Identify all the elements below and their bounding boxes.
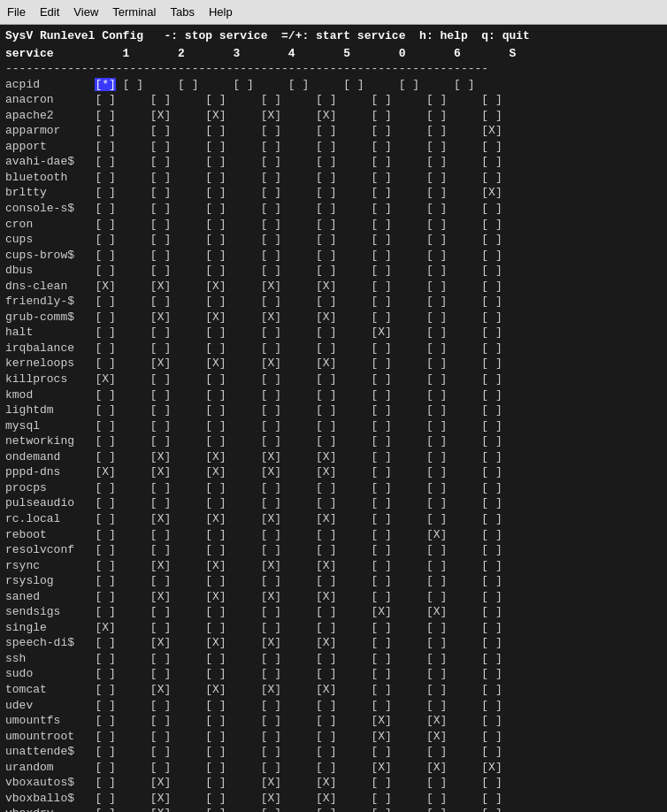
titlebar: File Edit View Terminal Tabs Help (0, 0, 667, 25)
service-row[interactable]: dns-clean [X] [X] [X] [X] [X] [ ] [ ] [ … (5, 279, 662, 295)
service-row[interactable]: apparmor [ ] [ ] [ ] [ ] [ ] [ ] [ ] [X] (5, 123, 662, 139)
service-row[interactable]: speech-di$ [ ] [X] [X] [X] [X] [ ] [ ] [… (5, 635, 662, 651)
service-row[interactable]: rc.local [ ] [X] [X] [X] [X] [ ] [ ] [ ] (5, 511, 662, 527)
menu-edit[interactable]: Edit (40, 5, 59, 19)
service-row[interactable]: single [X] [ ] [ ] [ ] [ ] [ ] [ ] [ ] (5, 620, 662, 636)
service-row[interactable]: vboxballo$ [ ] [X] [ ] [X] [X] [ ] [ ] [… (5, 791, 662, 807)
service-row[interactable]: tomcat [ ] [X] [X] [X] [X] [ ] [ ] [ ] (5, 682, 662, 698)
menu-file[interactable]: File (7, 5, 26, 19)
service-row[interactable]: mysql [ ] [ ] [ ] [ ] [ ] [ ] [ ] [ ] (5, 418, 662, 434)
menu-terminal[interactable]: Terminal (112, 5, 156, 19)
service-row[interactable]: cups-brow$ [ ] [ ] [ ] [ ] [ ] [ ] [ ] [… (5, 248, 662, 264)
service-row[interactable]: sudo [ ] [ ] [ ] [ ] [ ] [ ] [ ] [ ] (5, 666, 662, 682)
service-row[interactable]: sendsigs [ ] [ ] [ ] [ ] [ ] [X] [X] [ ] (5, 604, 662, 620)
service-row[interactable]: umountfs [ ] [ ] [ ] [ ] [ ] [X] [X] [ ] (5, 713, 662, 729)
service-row[interactable]: anacron [ ] [ ] [ ] [ ] [ ] [ ] [ ] [ ] (5, 92, 662, 108)
service-list: acpid [*] [ ] [ ] [ ] [ ] [ ] [ ] [ ] an… (5, 77, 662, 812)
service-col-0-selected: [*] (95, 78, 115, 91)
service-cols-rest: [ ] [ ] [ ] [ ] [ ] [ ] [ ] (116, 78, 510, 91)
service-row[interactable]: killprocs [X] [ ] [ ] [ ] [ ] [ ] [ ] [ … (5, 372, 662, 387)
service-row[interactable]: urandom [ ] [ ] [ ] [ ] [ ] [X] [X] [X] (5, 760, 662, 776)
service-row[interactable]: resolvconf [ ] [ ] [ ] [ ] [ ] [ ] [ ] [… (5, 542, 662, 558)
menu-tabs[interactable]: Tabs (170, 5, 194, 19)
service-row[interactable]: irqbalance [ ] [ ] [ ] [ ] [ ] [ ] [ ] [… (5, 341, 662, 356)
service-row[interactable]: unattende$ [ ] [ ] [ ] [ ] [ ] [ ] [ ] [… (5, 744, 662, 760)
column-header: service 1 2 3 4 5 0 6 S (5, 46, 662, 62)
service-row[interactable]: networking [ ] [ ] [ ] [ ] [ ] [ ] [ ] [… (5, 433, 662, 449)
divider-line: ----------------------------------------… (5, 61, 662, 77)
service-row[interactable]: vboxautos$ [ ] [X] [ ] [X] [X] [ ] [ ] [… (5, 775, 662, 791)
service-row[interactable]: ondemand [ ] [X] [X] [X] [X] [ ] [ ] [ ] (5, 449, 662, 465)
service-row[interactable]: vboxdrv [ ] [X] [ ] [ ] [ ] [ ] [ ] [ ] (5, 806, 662, 812)
service-row[interactable]: umountroot [ ] [ ] [ ] [ ] [ ] [X] [X] [… (5, 729, 662, 745)
service-row[interactable]: dbus [ ] [ ] [ ] [ ] [ ] [ ] [ ] [ ] (5, 263, 662, 279)
service-row[interactable]: apache2 [ ] [X] [X] [X] [X] [ ] [ ] [ ] (5, 108, 662, 124)
service-row[interactable]: pulseaudio [ ] [ ] [ ] [ ] [ ] [ ] [ ] [… (5, 495, 662, 511)
service-row[interactable]: apport [ ] [ ] [ ] [ ] [ ] [ ] [ ] [ ] (5, 139, 662, 155)
info-bar: SysV Runlevel Config -: stop service =/+… (5, 28, 662, 44)
menu-help[interactable]: Help (209, 5, 233, 19)
menu-view[interactable]: View (73, 5, 98, 19)
service-row[interactable]: cups [ ] [ ] [ ] [ ] [ ] [ ] [ ] [ ] (5, 232, 662, 248)
service-row[interactable]: bluetooth [ ] [ ] [ ] [ ] [ ] [ ] [ ] [ … (5, 170, 662, 186)
service-row[interactable]: ssh [ ] [ ] [ ] [ ] [ ] [ ] [ ] [ ] (5, 651, 662, 667)
service-row[interactable]: procps [ ] [ ] [ ] [ ] [ ] [ ] [ ] [ ] (5, 480, 662, 496)
service-row[interactable]: grub-comm$ [ ] [X] [X] [X] [X] [ ] [ ] [… (5, 310, 662, 326)
service-row[interactable]: lightdm [ ] [ ] [ ] [ ] [ ] [ ] [ ] [ ] (5, 402, 662, 418)
service-row[interactable]: halt [ ] [ ] [ ] [ ] [ ] [X] [ ] [ ] (5, 325, 662, 341)
service-row[interactable]: rsyslog [ ] [ ] [ ] [ ] [ ] [ ] [ ] [ ] (5, 573, 662, 589)
service-row[interactable]: console-s$ [ ] [ ] [ ] [ ] [ ] [ ] [ ] [… (5, 201, 662, 217)
service-row[interactable]: rsync [ ] [X] [X] [X] [X] [ ] [ ] [ ] (5, 558, 662, 574)
terminal-area[interactable]: SysV Runlevel Config -: stop service =/+… (0, 25, 667, 812)
service-row[interactable]: cron [ ] [ ] [ ] [ ] [ ] [ ] [ ] [ ] (5, 217, 662, 233)
service-row[interactable]: pppd-dns [X] [X] [X] [X] [X] [ ] [ ] [ ] (5, 464, 662, 480)
service-row[interactable]: kmod [ ] [ ] [ ] [ ] [ ] [ ] [ ] [ ] (5, 387, 662, 403)
service-name: acpid (5, 78, 95, 91)
service-row[interactable]: acpid [*] [ ] [ ] [ ] [ ] [ ] [ ] [ ] (5, 77, 662, 93)
service-row[interactable]: udev [ ] [ ] [ ] [ ] [ ] [ ] [ ] [ ] (5, 698, 662, 714)
service-row[interactable]: brltty [ ] [ ] [ ] [ ] [ ] [ ] [ ] [X] (5, 185, 662, 201)
service-row[interactable]: reboot [ ] [ ] [ ] [ ] [ ] [ ] [X] [ ] (5, 527, 662, 543)
service-row[interactable]: avahi-dae$ [ ] [ ] [ ] [ ] [ ] [ ] [ ] [… (5, 154, 662, 170)
service-row[interactable]: saned [ ] [X] [X] [X] [X] [ ] [ ] [ ] (5, 589, 662, 605)
service-row[interactable]: friendly-$ [ ] [ ] [ ] [ ] [ ] [ ] [ ] [… (5, 294, 662, 310)
service-row[interactable]: kerneloops [ ] [X] [X] [X] [X] [ ] [ ] [… (5, 356, 662, 372)
